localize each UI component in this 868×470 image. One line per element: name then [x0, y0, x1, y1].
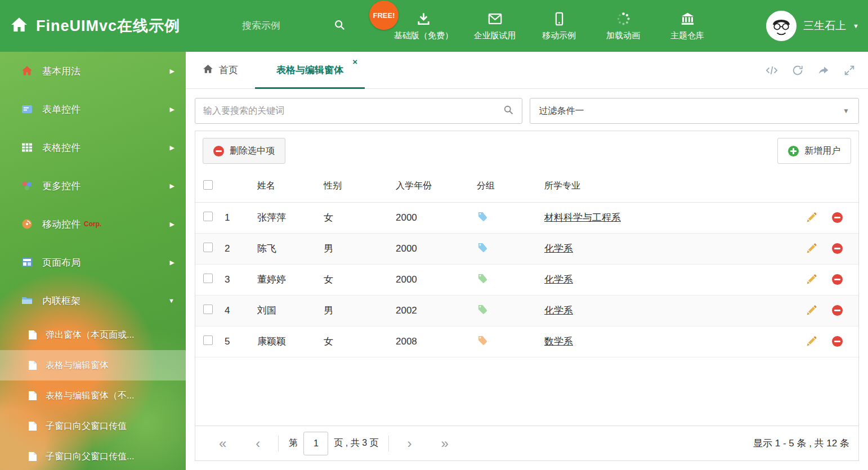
sidebar-item-5[interactable]: 移动控件 Corp. ▶ — [0, 205, 186, 243]
row-checkbox[interactable] — [203, 274, 213, 283]
col-gender: 性别 — [319, 171, 391, 202]
username: 三生石上 — [803, 19, 846, 33]
col-year: 入学年份 — [391, 171, 472, 202]
table-header-row: 姓名 性别 入学年份 分组 所学专业 — [195, 171, 858, 202]
sidebar-subitem-1[interactable]: 弹出窗体（本页面或... — [0, 320, 186, 350]
cell-name: 康颖颖 — [253, 326, 319, 357]
row-checkbox[interactable] — [203, 335, 213, 345]
delete-selected-button[interactable]: 删除选中项 — [203, 138, 285, 164]
edit-icon[interactable] — [806, 335, 817, 347]
close-icon[interactable]: × — [352, 57, 357, 66]
last-page-button[interactable]: » — [426, 437, 463, 450]
edit-icon[interactable] — [806, 212, 817, 223]
tab-tools — [766, 52, 856, 88]
sidebar-item-3[interactable]: 表格控件 ▶ — [0, 128, 186, 167]
search-icon[interactable] — [333, 19, 346, 33]
delete-icon[interactable] — [832, 212, 843, 223]
sidebar-item-4[interactable]: 更多控件 ▶ — [0, 167, 186, 205]
file-icon — [28, 330, 37, 340]
cell-year: 2000 — [391, 264, 472, 295]
sidebar-item-7[interactable]: 内联框架 ▼ — [0, 281, 186, 320]
edit-icon[interactable] — [806, 305, 817, 316]
filter-dropdown-value: 过滤条件一 — [539, 105, 584, 117]
keyword-search-box — [195, 98, 522, 124]
sidebar-subitem-5[interactable]: 子窗口向父窗口传值... — [0, 441, 186, 470]
share-icon[interactable] — [817, 64, 830, 77]
sidebar-item-6[interactable]: 页面布局 ▶ — [0, 243, 186, 281]
home-icon — [21, 65, 33, 77]
delete-icon[interactable] — [832, 243, 843, 254]
nav-label: 基础版（免费） — [394, 30, 453, 41]
nav-item-3[interactable]: 移动示例 — [536, 0, 581, 52]
search-icon[interactable] — [503, 104, 514, 118]
prev-page-button[interactable]: ‹ — [241, 437, 275, 450]
divider — [388, 436, 389, 451]
major-link[interactable]: 化学系 — [544, 243, 573, 254]
delete-icon[interactable] — [832, 274, 843, 285]
sidebar-subitem-3[interactable]: 表格与编辑窗体（不... — [0, 381, 186, 411]
chevron-down-icon: ▼ — [853, 23, 859, 29]
avatar — [766, 11, 797, 41]
refresh-icon[interactable] — [791, 64, 804, 77]
first-page-button[interactable]: « — [204, 437, 241, 450]
app-brand[interactable]: FineUIMvc在线示例 — [10, 0, 180, 52]
source-code-icon[interactable] — [766, 64, 778, 77]
header-search-input[interactable] — [242, 20, 326, 32]
cell-gender: 男 — [319, 295, 391, 326]
edit-icon[interactable] — [806, 274, 817, 285]
major-link[interactable]: 化学系 — [544, 274, 573, 285]
chevron-icon: ▼ — [168, 297, 175, 304]
next-page-button[interactable]: › — [392, 437, 426, 450]
major-link[interactable]: 材料科学与工程系 — [544, 212, 621, 223]
nav-item-4[interactable]: 加载动画 — [601, 0, 646, 52]
row-checkbox[interactable] — [203, 212, 213, 221]
add-user-button[interactable]: 新增用户 — [777, 138, 851, 164]
table-row: 5 康颖颖 女 2008 数学系 — [195, 326, 858, 357]
delete-icon[interactable] — [832, 305, 843, 316]
col-group: 分组 — [472, 171, 540, 202]
sidebar-item-1[interactable]: 基本用法 ▶ — [0, 52, 186, 90]
envelope-icon — [487, 11, 503, 26]
select-all-checkbox[interactable] — [203, 180, 213, 190]
nav-label: 主题仓库 — [670, 30, 704, 41]
row-index: 4 — [220, 295, 253, 326]
table-row: 3 董婷婷 女 2000 化学系 — [195, 264, 858, 295]
chevron-down-icon: ▼ — [843, 107, 849, 115]
sidebar-subitem-4[interactable]: 子窗口向父窗口传值 — [0, 411, 186, 441]
plus-icon — [788, 146, 799, 156]
keyword-search-input[interactable] — [203, 106, 503, 116]
sidebar-item-label: 表格控件 — [42, 141, 80, 154]
nav-item-2[interactable]: 企业版试用 — [472, 0, 517, 52]
major-link[interactable]: 数学系 — [544, 336, 573, 347]
edit-icon[interactable] — [806, 243, 817, 254]
fullscreen-icon[interactable] — [843, 64, 856, 77]
filter-dropdown[interactable]: 过滤条件一 ▼ — [530, 98, 860, 124]
sidebar-item-2[interactable]: 表单控件 ▶ — [0, 90, 186, 128]
add-user-label: 新增用户 — [804, 145, 840, 157]
corp-badge: Corp. — [84, 220, 101, 228]
tab-bar: 首页 表格与编辑窗体 × — [186, 52, 868, 89]
grid-body: 姓名 性别 入学年份 分组 所学专业 1 张萍萍 女 2000 材料科学 — [195, 171, 858, 426]
tab-home[interactable]: 首页 — [186, 52, 255, 88]
nav-item-5[interactable]: 主题仓库 — [665, 0, 710, 52]
delete-icon[interactable] — [832, 336, 843, 347]
tag-icon — [477, 304, 487, 315]
major-link[interactable]: 化学系 — [544, 305, 573, 316]
tag-icon — [477, 211, 487, 222]
tab-grid-edit-window[interactable]: 表格与编辑窗体 × — [255, 52, 365, 88]
sidebar-subitem-2[interactable]: 表格与编辑窗体 — [0, 350, 186, 381]
nav-item-1[interactable]: 基础版（免费） FREE! — [394, 0, 453, 52]
tag-icon — [477, 335, 487, 346]
user-menu[interactable]: 三生石上 ▼ — [766, 0, 859, 52]
sidebar-item-label: 基本用法 — [42, 65, 80, 78]
row-checkbox[interactable] — [203, 305, 213, 314]
file-icon — [28, 391, 37, 401]
signal-icon — [21, 218, 33, 230]
page-number-input[interactable] — [303, 432, 328, 455]
row-index: 2 — [220, 233, 253, 264]
row-checkbox[interactable] — [203, 243, 213, 252]
nav-label: 加载动画 — [606, 30, 640, 41]
file-icon — [28, 360, 37, 370]
pagination-controls: « ‹ 第 页 , 共 3 页 › » — [204, 432, 463, 455]
cell-year: 2008 — [391, 326, 472, 357]
